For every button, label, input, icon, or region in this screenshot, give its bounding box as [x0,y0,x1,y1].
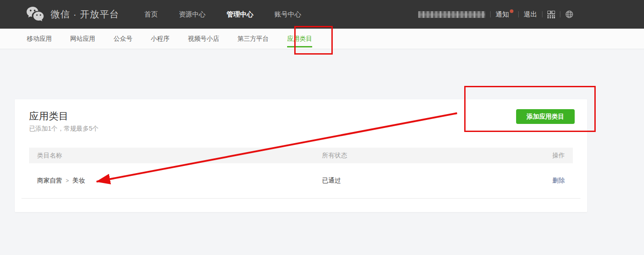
add-category-button[interactable]: 添加应用类目 [516,109,575,124]
brand: 微信 · 开放平台 [26,6,119,23]
notifications-link[interactable]: 通知 [496,10,513,19]
globe-icon[interactable] [565,10,573,18]
column-header-actions: 操作 [552,152,565,160]
logout-link[interactable]: 退出 [524,10,537,19]
tab-channels-shop[interactable]: 视频号小店 [188,29,219,49]
category-parent: 商家自营 [37,177,62,184]
header-divider [560,11,560,17]
notification-dot [510,9,513,13]
brand-title: 微信 · 开放平台 [51,8,119,21]
delete-link[interactable]: 删除 [552,177,565,185]
column-header-category-name: 类目名称 [37,152,322,160]
tab-third-party-platform[interactable]: 第三方平台 [237,29,269,49]
header-right: 通知 退出 [418,10,573,19]
nav-item-home[interactable]: 首页 [144,10,158,19]
nav-item-management-center[interactable]: 管理中心 [227,10,254,19]
wechat-logo-icon [26,6,45,23]
tab-app-category-label: 应用类目 [287,35,312,43]
tab-official-account[interactable]: 公众号 [114,29,132,49]
card-title: 应用类目 [29,110,68,123]
nav-item-resources[interactable]: 资源中心 [179,10,206,19]
app-category-card: 应用类目 已添加1个，常规最多5个 添加应用类目 类目名称 所有状态 操作 商家… [15,99,587,212]
tab-website-app[interactable]: 网站应用 [70,29,95,49]
card-subtitle: 已添加1个，常规最多5个 [29,125,99,133]
breadcrumb-separator: > [66,178,69,184]
top-header: 微信 · 开放平台 首页 资源中心 管理中心 账号中心 通知 退出 [0,0,644,29]
category-path: 商家自营>美妆 [37,177,322,185]
table-row: 商家自营>美妆 已通过 删除 [29,163,573,198]
nav-item-account-center[interactable]: 账号中心 [275,10,301,19]
column-header-status: 所有状态 [322,152,552,160]
primary-nav: 首页 资源中心 管理中心 账号中心 [144,10,301,19]
tab-mobile-app[interactable]: 移动应用 [27,29,52,49]
tab-app-category[interactable]: 应用类目 [287,29,312,49]
table-header-row: 类目名称 所有状态 操作 [29,148,573,163]
tab-mini-program[interactable]: 小程序 [151,29,169,49]
status-text: 已通过 [322,177,552,185]
app-type-tabbar: 移动应用 网站应用 公众号 小程序 视频号小店 第三方平台 应用类目 [0,29,644,49]
account-name-blurred [418,11,485,18]
header-divider [542,11,542,17]
row-divider [21,198,580,199]
category-child: 美妆 [72,177,85,184]
notifications-label: 通知 [496,10,509,19]
header-divider [518,11,519,17]
header-divider [490,11,491,17]
active-tab-underline [287,46,312,47]
qr-code-icon[interactable] [547,11,555,18]
